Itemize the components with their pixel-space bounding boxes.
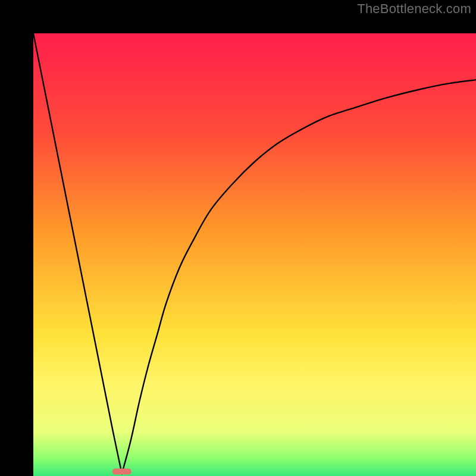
chart-frame [0,0,476,476]
watermark-text: TheBottleneck.com [357,1,471,17]
min-point-pill [112,469,131,475]
chart-plot-area [33,33,476,476]
chart-svg [33,33,476,476]
chart-background [33,33,476,476]
